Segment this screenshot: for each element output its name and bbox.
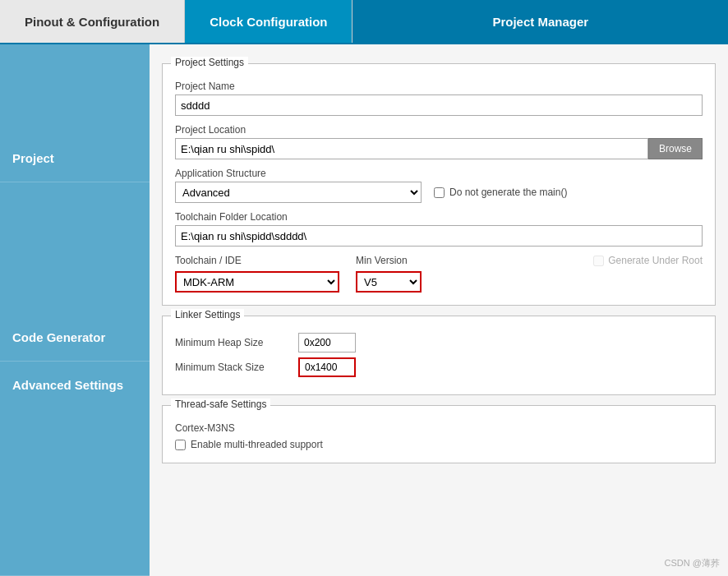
sidebar-item-advanced-settings[interactable]: Advanced Settings bbox=[0, 362, 150, 576]
min-version-group: Min Version V4 V5 V6 bbox=[356, 255, 422, 293]
project-name-input[interactable] bbox=[175, 94, 703, 116]
sidebar-item-project[interactable]: Project bbox=[0, 44, 150, 182]
content-area: Project Settings Project Name Project Lo… bbox=[150, 44, 728, 576]
project-location-input[interactable] bbox=[175, 138, 648, 159]
project-location-label: Project Location bbox=[175, 124, 703, 136]
sidebar-item-code-generator[interactable]: Code Generator bbox=[0, 182, 150, 362]
enable-multithreaded-checkbox[interactable] bbox=[175, 440, 186, 450]
min-stack-input[interactable] bbox=[298, 357, 356, 377]
toolchain-folder-group: Toolchain Folder Location bbox=[175, 211, 703, 247]
tab-project-manager[interactable]: Project Manager bbox=[352, 0, 728, 43]
app-structure-group: Application Structure Basic Advanced Do … bbox=[175, 168, 703, 203]
linker-settings-legend: Linker Settings bbox=[171, 309, 244, 320]
tab-pinout[interactable]: Pinout & Configuration bbox=[0, 0, 185, 43]
project-settings-section: Project Settings Project Name Project Lo… bbox=[162, 63, 716, 306]
sidebar: Project Code Generator Advanced Settings bbox=[0, 44, 150, 576]
min-heap-label: Minimum Heap Size bbox=[175, 337, 290, 348]
min-stack-label: Minimum Stack Size bbox=[175, 362, 290, 373]
do-not-generate-checkbox[interactable] bbox=[434, 187, 445, 198]
app-structure-row: Basic Advanced Do not generate the main(… bbox=[175, 182, 703, 203]
enable-multithreaded-label: Enable multi-threaded support bbox=[191, 439, 323, 450]
main-layout: Project Code Generator Advanced Settings… bbox=[0, 44, 728, 576]
thread-safe-section: Thread-safe Settings Cortex-M3NS Enable … bbox=[162, 405, 716, 463]
watermark: CSDN @薄荞 bbox=[665, 557, 720, 569]
do-not-generate-row: Do not generate the main() bbox=[434, 187, 567, 198]
app-structure-select[interactable]: Basic Advanced bbox=[175, 182, 422, 203]
toolchain-ide-group: Toolchain / IDE MDK-ARM STM32CubeIDE Mak… bbox=[175, 255, 339, 293]
toolchain-ide-select[interactable]: MDK-ARM STM32CubeIDE Makefile bbox=[175, 271, 339, 293]
browse-button[interactable]: Browse bbox=[648, 138, 703, 159]
project-settings-legend: Project Settings bbox=[171, 57, 248, 68]
project-name-label: Project Name bbox=[175, 81, 703, 92]
cortex-label: Cortex-M3NS bbox=[175, 422, 703, 434]
project-name-group: Project Name bbox=[175, 81, 703, 116]
generate-under-root-label: Generate Under Root bbox=[608, 255, 703, 266]
min-stack-row: Minimum Stack Size bbox=[175, 357, 703, 377]
tab-clock[interactable]: Clock Configuration bbox=[185, 0, 352, 43]
project-location-group: Project Location Browse bbox=[175, 124, 703, 159]
toolchain-ide-row: Toolchain / IDE MDK-ARM STM32CubeIDE Mak… bbox=[175, 255, 703, 293]
linker-settings-section: Linker Settings Minimum Heap Size Minimu… bbox=[162, 316, 716, 395]
min-version-select[interactable]: V4 V5 V6 bbox=[356, 271, 422, 293]
toolchain-folder-label: Toolchain Folder Location bbox=[175, 211, 703, 223]
generate-under-root-group: Generate Under Root bbox=[593, 255, 703, 266]
min-heap-row: Minimum Heap Size bbox=[175, 333, 703, 353]
min-heap-input[interactable] bbox=[298, 333, 356, 353]
tab-bar: Pinout & Configuration Clock Configurati… bbox=[0, 0, 728, 44]
toolchain-ide-label: Toolchain / IDE bbox=[175, 255, 339, 266]
project-location-row: Browse bbox=[175, 138, 703, 159]
enable-multithreaded-row: Enable multi-threaded support bbox=[175, 439, 703, 450]
generate-under-root-checkbox bbox=[593, 256, 604, 266]
thread-safe-legend: Thread-safe Settings bbox=[171, 399, 270, 410]
do-not-generate-label: Do not generate the main() bbox=[449, 187, 567, 198]
min-version-label: Min Version bbox=[356, 255, 422, 266]
toolchain-folder-input[interactable] bbox=[175, 225, 703, 247]
app-structure-label: Application Structure bbox=[175, 168, 703, 179]
